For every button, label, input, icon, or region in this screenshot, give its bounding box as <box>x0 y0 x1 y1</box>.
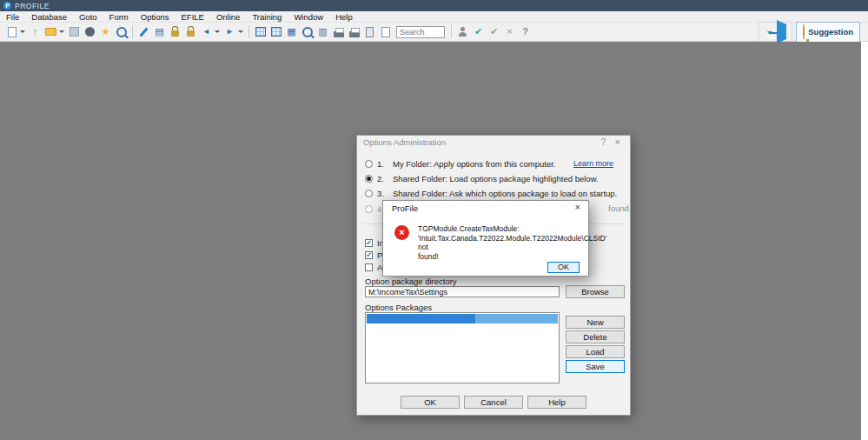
table-icon[interactable] <box>268 24 283 39</box>
print-all-icon[interactable] <box>347 24 361 39</box>
menu-file[interactable]: File <box>0 12 25 22</box>
new-button[interactable]: New <box>566 316 625 329</box>
prev-form-icon[interactable]: ◄ <box>199 24 214 39</box>
radio-icon-selected[interactable] <box>365 175 373 183</box>
radio-icon[interactable] <box>365 190 373 197</box>
suggestion-bulb-icon <box>803 24 805 40</box>
delete-button[interactable]: Delete <box>566 330 625 343</box>
summary-grid-icon[interactable]: ▦ <box>284 24 299 39</box>
radio-label-fragment: found <box>608 203 629 213</box>
search-input[interactable] <box>396 26 445 38</box>
error-dialog-title: ProFile <box>392 203 418 213</box>
load-button[interactable]: Load <box>566 345 625 358</box>
menu-options[interactable]: Options <box>135 12 176 22</box>
help-icon[interactable]: ? <box>518 24 533 39</box>
edit-icon[interactable] <box>136 24 151 39</box>
suggestion-label: Suggestion <box>808 27 853 37</box>
package-directory-input[interactable] <box>365 286 560 297</box>
prev-form-dropdown-icon[interactable] <box>215 30 220 33</box>
menu-training[interactable]: Training <box>246 12 288 22</box>
radio-option-shared-folder-load[interactable]: 2. Shared Folder: Load options package h… <box>365 173 599 183</box>
menu-online[interactable]: Online <box>210 12 246 22</box>
open-folder-dropdown-icon[interactable] <box>59 30 64 33</box>
radio-number: 3. <box>377 189 387 198</box>
new-form-dropdown-icon[interactable] <box>20 30 25 33</box>
dialog-help-icon[interactable]: ? <box>600 137 606 147</box>
menu-efile[interactable]: EFILE <box>176 12 210 22</box>
search-box <box>396 26 445 38</box>
checkbox-checked-icon[interactable]: ✔ <box>365 251 373 259</box>
document-icon[interactable] <box>378 24 393 39</box>
toolbar: ↑ ★ ▤ ◄ ► ▦ ▥ ✔ ✔ × ? <box>0 23 868 42</box>
error-message-line: TGPModule.CreateTaxModule: <box>418 224 580 234</box>
options-dialog-title: Options Administration <box>357 136 630 150</box>
ok-button[interactable]: OK <box>401 396 460 409</box>
package-directory-label: Option package directory <box>365 277 457 286</box>
radio-icon[interactable] <box>365 160 373 168</box>
error-dialog-close-icon[interactable]: × <box>575 202 580 212</box>
error-icon: × <box>394 225 409 240</box>
lock-icon[interactable] <box>168 24 182 39</box>
print-icon[interactable] <box>331 24 346 39</box>
cancel-icon[interactable]: × <box>502 24 517 39</box>
checkbox-unchecked-icon[interactable] <box>365 263 373 271</box>
radio-option-my-folder[interactable]: 1. My Folder: Apply options from this co… <box>365 158 555 169</box>
help-button[interactable]: Help <box>527 396 586 409</box>
next-form-dropdown-icon[interactable] <box>238 30 243 33</box>
carryforward-icon[interactable]: ↑ <box>28 24 43 39</box>
profile-error-dialog: ProFile × × TGPModule.CreateTaxModule: '… <box>382 200 589 277</box>
selected-package-row[interactable] <box>367 314 558 323</box>
browse-button[interactable]: Browse <box>566 285 625 298</box>
spreadsheet-icon[interactable]: ▥ <box>315 24 330 39</box>
title-bar: P PROFILE <box>0 0 868 11</box>
menu-help[interactable]: Help <box>329 12 359 22</box>
form-explorer-icon[interactable]: ▤ <box>152 24 167 39</box>
radio-number: 2. <box>377 174 387 183</box>
menu-database[interactable]: Database <box>25 12 73 22</box>
radio-icon-disabled[interactable] <box>365 205 373 213</box>
client-icon[interactable] <box>455 24 470 39</box>
packages-listbox[interactable] <box>365 312 560 383</box>
audit-icon[interactable] <box>83 24 97 39</box>
toolbar-separator <box>451 25 452 38</box>
unlock-icon[interactable] <box>183 24 198 39</box>
app-icon: P <box>3 2 11 10</box>
save-icon[interactable] <box>67 24 82 39</box>
reverify-icon[interactable]: ✔ <box>487 24 501 39</box>
menu-form[interactable]: Form <box>103 12 135 22</box>
suggestion-button[interactable]: Suggestion <box>796 22 860 43</box>
new-form-icon[interactable] <box>4 24 19 39</box>
radio-label: My Folder: Apply options from this compu… <box>393 159 555 169</box>
toolbar-right-cluster: Suggestion <box>759 22 864 43</box>
window-title: PROFILE <box>15 2 50 10</box>
radio-number: 1. <box>377 159 387 169</box>
menu-bar: File Database Goto Form Options EFILE On… <box>0 11 868 23</box>
favorites-star-icon[interactable]: ★ <box>98 24 113 39</box>
error-message: TGPModule.CreateTaxModule: 'Intuit.Tax.C… <box>418 224 580 261</box>
notification-icon-group <box>759 22 792 43</box>
verify-icon[interactable]: ✔ <box>471 24 486 39</box>
checkbox-checked-icon[interactable]: ✔ <box>365 239 373 247</box>
learn-more-link[interactable]: Learn more <box>573 159 613 168</box>
calculator-icon[interactable] <box>362 24 377 39</box>
error-message-line: 'Intuit.Tax.Canada.T22022.Module.T22022M… <box>418 234 580 252</box>
radio-option-shared-folder-ask[interactable]: 3. Shared Folder: Ask which options pack… <box>365 188 617 198</box>
next-form-icon[interactable]: ► <box>222 24 237 39</box>
print-preview-icon[interactable] <box>114 24 129 39</box>
t-slip-grid-icon[interactable] <box>253 24 268 39</box>
menu-goto[interactable]: Goto <box>73 12 103 22</box>
menu-window[interactable]: Window <box>288 12 329 22</box>
error-ok-button[interactable]: OK <box>547 262 580 273</box>
radio-label: Shared Folder: Load options package high… <box>393 174 599 183</box>
save-button[interactable]: Save <box>566 360 625 373</box>
application-window: P PROFILE File Database Goto Form Option… <box>0 0 868 440</box>
options-packages-label: Options Packages <box>365 303 432 312</box>
send-icon[interactable] <box>777 24 786 40</box>
open-folder-icon[interactable] <box>43 24 58 39</box>
radio-label: Shared Folder: Ask which options package… <box>393 189 617 198</box>
right-scroll-strip[interactable] <box>861 42 868 440</box>
dialog-close-icon[interactable]: × <box>615 137 620 147</box>
toolbar-separator <box>248 25 249 38</box>
zoom-icon[interactable] <box>300 24 315 39</box>
cancel-button[interactable]: Cancel <box>464 396 523 409</box>
